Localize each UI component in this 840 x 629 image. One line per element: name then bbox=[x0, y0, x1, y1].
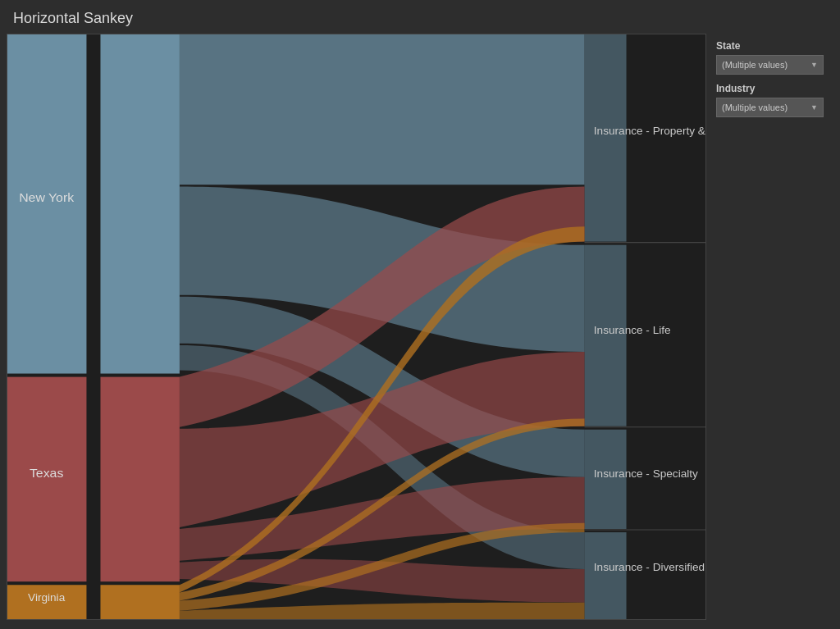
sankey-chart: New York Texas Virginia bbox=[7, 34, 706, 620]
state-filter-label: State bbox=[716, 40, 824, 52]
state-filter-select[interactable]: (Multiple values) ▼ bbox=[716, 55, 824, 75]
industry-dropdown-arrow: ▼ bbox=[810, 103, 818, 112]
svg-rect-13 bbox=[584, 532, 626, 619]
state-filter-group: State (Multiple values) ▼ bbox=[716, 40, 824, 75]
svg-rect-8 bbox=[100, 377, 179, 582]
right-panel: State (Multiple values) ▼ Industry (Mult… bbox=[706, 34, 833, 620]
industry-filter-group: Industry (Multiple values) ▼ bbox=[716, 83, 824, 117]
industry-filter-label: Industry bbox=[716, 83, 824, 94]
svg-text:Insurance - Specialty: Insurance - Specialty bbox=[594, 468, 699, 480]
page-title: Horizontal Sankey bbox=[0, 0, 840, 34]
state-filter-value: (Multiple values) bbox=[722, 60, 788, 70]
svg-text:Insurance - Life: Insurance - Life bbox=[594, 324, 671, 335]
svg-text:Virginia: Virginia bbox=[28, 591, 66, 603]
svg-text:New York: New York bbox=[19, 190, 75, 203]
svg-text:Texas: Texas bbox=[30, 467, 63, 480]
svg-rect-7 bbox=[100, 34, 179, 374]
svg-text:Insurance - Property & Casualt: Insurance - Property & Casualty bbox=[594, 125, 705, 137]
svg-rect-9 bbox=[100, 585, 179, 619]
svg-text:Insurance - Diversified: Insurance - Diversified bbox=[594, 562, 705, 573]
industry-filter-select[interactable]: (Multiple values) ▼ bbox=[716, 98, 824, 117]
svg-rect-1 bbox=[7, 34, 86, 374]
sankey-svg: New York Texas Virginia bbox=[7, 34, 705, 619]
svg-rect-10 bbox=[584, 34, 626, 242]
industry-filter-value: (Multiple values) bbox=[722, 103, 788, 112]
state-dropdown-arrow: ▼ bbox=[810, 61, 818, 69]
main-content: New York Texas Virginia bbox=[0, 34, 840, 627]
